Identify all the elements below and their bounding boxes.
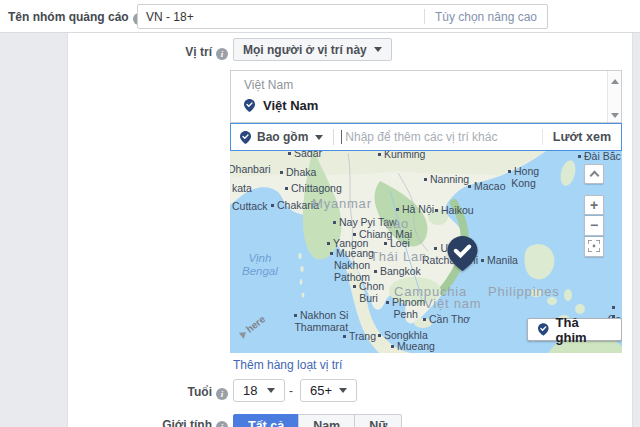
map-recenter-button[interactable] xyxy=(584,237,604,257)
adset-name-input[interactable]: VN - 18+ Tùy chọn nâng cao xyxy=(137,4,548,29)
drop-pin-button[interactable]: Thả ghim xyxy=(527,318,622,341)
age-range-separator: - xyxy=(289,384,293,398)
gender-option-male[interactable]: Nam xyxy=(298,414,355,427)
age-max-dropdown[interactable]: 65+ xyxy=(300,379,357,402)
scroll-down-icon[interactable] xyxy=(608,107,622,120)
age-min-dropdown[interactable]: 18 xyxy=(233,379,285,402)
divider xyxy=(333,129,334,145)
location-label: Vị trí xyxy=(70,45,228,60)
gender-label: Giới tính xyxy=(70,418,228,427)
location-search-input[interactable]: Nhập để thêm các vị trí khác xyxy=(345,130,541,144)
gender-option-all[interactable]: Tất cả xyxy=(233,414,299,427)
scroll-up-icon[interactable] xyxy=(608,73,622,86)
map-pan-up-button[interactable] xyxy=(584,164,604,184)
dropped-pin[interactable] xyxy=(447,236,478,271)
advanced-options-link[interactable]: Tùy chọn nâng cao xyxy=(425,10,547,24)
location-audience-dropdown[interactable]: Mọi người ở vị trí này xyxy=(233,38,392,61)
location-search-row: Bao gồm Nhập để thêm các vị trí khác Lướ… xyxy=(230,123,622,151)
gender-option-female[interactable]: Nữ xyxy=(354,414,402,427)
info-icon[interactable] xyxy=(216,421,228,427)
include-dropdown[interactable]: Bao gồm xyxy=(231,130,329,144)
selected-locations-list: Việt Nam Việt Nam xyxy=(230,70,622,123)
browse-link[interactable]: Lướt xem xyxy=(543,130,621,144)
map-zoom-in-button[interactable]: + xyxy=(584,195,604,215)
gender-segmented-control: Tất cả Nam Nữ xyxy=(233,414,402,427)
list-scrollbar[interactable] xyxy=(607,71,621,122)
location-list-item[interactable]: Việt Nam xyxy=(244,98,318,113)
chevron-down-icon xyxy=(315,135,323,140)
country-group-header: Việt Nam xyxy=(244,78,293,92)
age-label: Tuổi xyxy=(70,385,228,400)
adset-name-label: Tên nhóm quảng cáo xyxy=(8,10,145,25)
info-icon[interactable] xyxy=(216,48,228,60)
chevron-down-icon xyxy=(374,47,382,52)
map-zoom-out-button[interactable]: − xyxy=(584,216,604,236)
map-pin-icon xyxy=(244,99,255,112)
location-map[interactable]: SadarKunmingDhanbariDhakakataChittagongC… xyxy=(230,151,622,353)
chevron-down-icon xyxy=(339,388,347,393)
adset-name-value: VN - 18+ xyxy=(138,10,424,24)
recenter-icon xyxy=(588,240,600,252)
text-cursor xyxy=(341,130,342,144)
info-icon[interactable] xyxy=(216,388,228,400)
bulk-add-locations-link[interactable]: Thêm hàng loạt vị trí xyxy=(233,358,342,372)
map-pin-icon xyxy=(538,323,549,336)
map-pin-check-icon xyxy=(447,236,478,271)
map-pin-icon xyxy=(240,131,251,144)
topbar: Tên nhóm quảng cáo VN - 18+ Tùy chọn nân… xyxy=(0,0,640,33)
chevron-up-icon xyxy=(589,171,599,181)
chevron-down-icon xyxy=(267,388,275,393)
